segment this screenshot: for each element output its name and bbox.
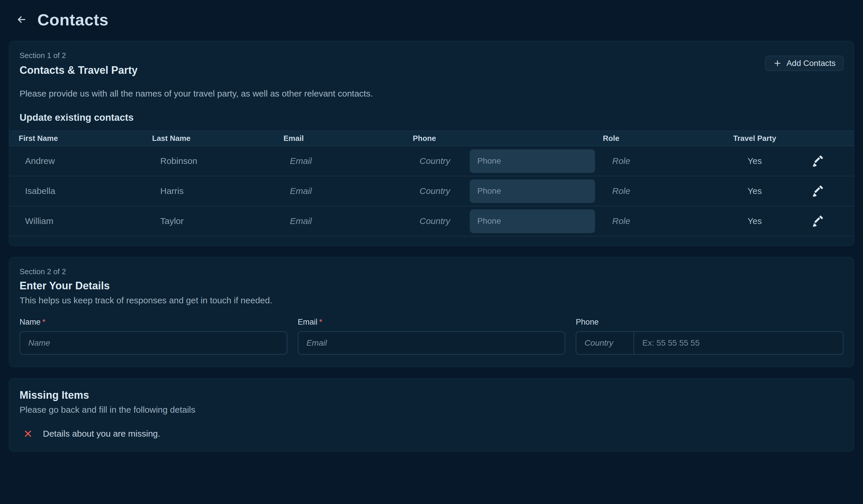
contacts-table: First Name Last Name Email Phone Role Tr… <box>9 131 854 246</box>
name-field-group: Name* <box>20 318 287 355</box>
edit-row-button[interactable] <box>809 183 826 199</box>
name-label: Name* <box>20 318 287 327</box>
cell-email-field[interactable]: Email <box>284 156 413 166</box>
phone-field-group: Phone <box>576 318 843 355</box>
cell-first-name: William <box>9 216 152 226</box>
section-1-description: Please provide us with all the names of … <box>9 89 854 99</box>
cell-phone: Country <box>413 179 603 203</box>
header-travel-party: Travel Party <box>717 134 793 143</box>
main-content: Section 1 of 2 Contacts & Travel Party A… <box>0 41 863 452</box>
email-field-group: Email* <box>298 318 565 355</box>
plus-icon <box>773 59 782 68</box>
header-first-name: First Name <box>9 134 152 143</box>
edit-row-button[interactable] <box>809 213 826 229</box>
cell-phone-input[interactable] <box>470 149 595 173</box>
section-1-title: Contacts & Travel Party <box>20 64 138 76</box>
pencil-icon <box>812 185 823 197</box>
page-title: Contacts <box>37 10 109 29</box>
cell-role-field[interactable]: Role <box>603 186 717 196</box>
missing-item-row: Details about you are missing. <box>20 429 843 439</box>
header-phone: Phone <box>413 134 603 143</box>
add-contacts-label: Add Contacts <box>787 59 836 68</box>
country-code-input[interactable] <box>576 332 634 354</box>
cell-country-field[interactable]: Country <box>420 216 461 226</box>
pencil-icon <box>812 155 823 167</box>
section-2-description: This helps us keep track of responses an… <box>20 296 843 305</box>
pencil-icon <box>812 216 823 227</box>
cell-phone: Country <box>413 149 603 173</box>
cell-country-field[interactable]: Country <box>420 186 461 196</box>
cell-travel-party: Yes <box>717 186 793 196</box>
cell-role-field[interactable]: Role <box>603 216 717 226</box>
arrow-left-icon <box>16 14 27 25</box>
edit-row-button[interactable] <box>809 153 826 169</box>
missing-item-text: Details about you are missing. <box>43 429 160 439</box>
missing-items-title: Missing Items <box>20 389 843 401</box>
table-footer-strip <box>9 236 854 246</box>
cell-last-name: Harris <box>152 186 284 196</box>
add-contacts-button[interactable]: Add Contacts <box>765 56 843 71</box>
cell-phone-input[interactable] <box>470 209 595 233</box>
phone-label-text: Phone <box>576 318 599 326</box>
cell-phone: Country <box>413 209 603 233</box>
section-1-card: Section 1 of 2 Contacts & Travel Party A… <box>9 41 854 246</box>
missing-items-description: Please go back and fill in the following… <box>20 405 843 415</box>
header-email: Email <box>284 134 413 143</box>
cell-edit <box>793 213 854 229</box>
phone-label: Phone <box>576 318 843 327</box>
section-1-header-text: Section 1 of 2 Contacts & Travel Party <box>20 51 138 76</box>
update-contacts-heading: Update existing contacts <box>9 112 854 123</box>
email-label: Email* <box>298 318 565 327</box>
section-2-title: Enter Your Details <box>20 280 843 292</box>
cell-travel-party: Yes <box>717 216 793 226</box>
cell-travel-party: Yes <box>717 156 793 166</box>
table-row: Isabella Harris Email Country Role Yes <box>9 176 854 206</box>
section-step-label: Section 2 of 2 <box>20 267 843 276</box>
header-role: Role <box>603 134 717 143</box>
x-mark-icon <box>24 429 33 438</box>
cell-role-field[interactable]: Role <box>603 156 717 166</box>
required-asterisk: * <box>319 318 322 326</box>
table-row: William Taylor Email Country Role Yes <box>9 206 854 236</box>
table-header-row: First Name Last Name Email Phone Role Tr… <box>9 131 854 146</box>
table-row: Andrew Robinson Email Country Role Yes <box>9 146 854 176</box>
top-bar: Contacts <box>0 0 863 39</box>
cell-last-name: Taylor <box>152 216 284 226</box>
cell-edit <box>793 183 854 199</box>
missing-items-card: Missing Items Please go back and fill in… <box>9 378 854 452</box>
name-input[interactable] <box>20 331 287 355</box>
required-asterisk: * <box>42 318 46 326</box>
email-input[interactable] <box>298 331 565 355</box>
cell-email-field[interactable]: Email <box>284 216 413 226</box>
back-button[interactable] <box>15 13 28 26</box>
cell-email-field[interactable]: Email <box>284 186 413 196</box>
cell-first-name: Isabella <box>9 186 152 196</box>
cell-first-name: Andrew <box>9 156 152 166</box>
header-last-name: Last Name <box>152 134 284 143</box>
section-1-header: Section 1 of 2 Contacts & Travel Party A… <box>9 51 854 76</box>
cell-phone-input[interactable] <box>470 179 595 203</box>
phone-input-group <box>576 331 843 355</box>
section-2-card: Section 2 of 2 Enter Your Details This h… <box>9 257 854 367</box>
cell-edit <box>793 153 854 169</box>
name-label-text: Name <box>20 318 40 326</box>
cell-country-field[interactable]: Country <box>420 156 461 166</box>
email-label-text: Email <box>298 318 318 326</box>
phone-number-input[interactable] <box>634 332 843 354</box>
section-step-label: Section 1 of 2 <box>20 51 138 60</box>
details-form: Name* Email* Phone <box>20 318 843 355</box>
cell-last-name: Robinson <box>152 156 284 166</box>
